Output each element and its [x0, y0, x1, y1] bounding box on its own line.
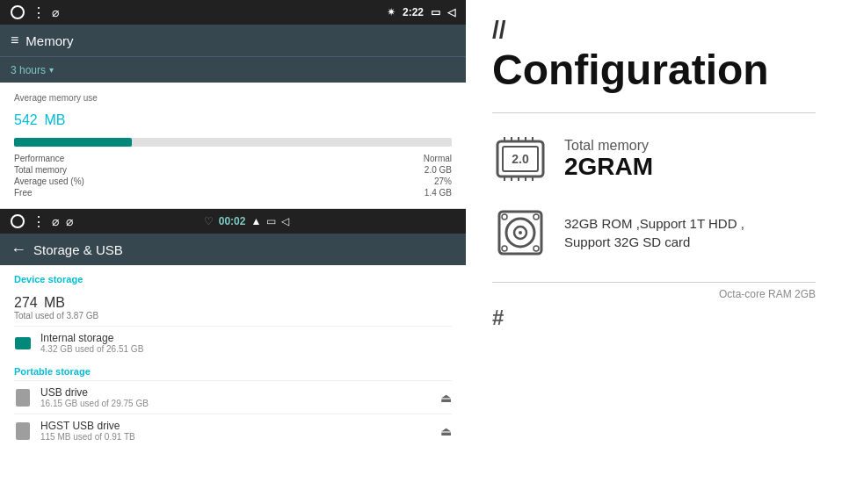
stat-row-performance: Performance Normal — [14, 154, 452, 163]
ram-config-item: 2.0 Total memory 2GRAM — [492, 131, 816, 187]
config-divider-2 — [492, 282, 816, 283]
avg-unit: MB — [44, 112, 65, 127]
storage-used-value: 274 MB — [14, 288, 452, 311]
config-title: Configuration — [492, 49, 816, 91]
stat-row-avg-pct: Average used (%) 27% — [14, 176, 452, 186]
storage-config-text: 32GB ROM ,Support 1T HDD , Support 32G S… — [564, 214, 744, 251]
hgst-drive-icon-container — [14, 422, 32, 440]
config-footnote: Octa-core RAM 2GB — [492, 288, 816, 300]
usb-drive-detail: 16.15 GB used of 29.75 GB — [40, 399, 432, 408]
usb-icon: ⌀ — [52, 5, 59, 19]
square-icon: ▭ — [431, 6, 440, 18]
bluetooth-icon: ✴ — [387, 6, 396, 18]
status-bar-left: ⋮ ⌀ — [11, 4, 59, 21]
usb-drive-icon-container — [14, 389, 32, 407]
eject-icon-1[interactable]: ⏏ — [440, 391, 452, 405]
back-icon-2: ◁ — [281, 215, 289, 227]
hamburger-icon[interactable]: ≡ — [11, 32, 18, 48]
internal-storage-name: Internal storage — [40, 332, 452, 344]
internal-storage-icon — [14, 335, 32, 352]
timer-display: 00:02 — [219, 215, 246, 227]
back-icon: ◁ — [447, 6, 455, 18]
hgst-drive-name: HGST USB drive — [40, 420, 432, 432]
status-bar-1: ⋮ ⌀ ✴ 2:22 ▭ ◁ — [0, 0, 466, 25]
circle-icon-2 — [11, 214, 25, 228]
svg-text:2.0: 2.0 — [512, 152, 529, 166]
heart-icon: ♡ — [204, 215, 214, 227]
usb-icon-2: ⌀ — [52, 214, 59, 228]
stat-value: Normal — [424, 154, 452, 163]
status-bar-right: ✴ 2:22 ▭ ◁ — [387, 6, 455, 18]
stat-row-free: Free 1.4 GB — [14, 188, 452, 198]
usb-drive-item[interactable]: USB drive 16.15 GB used of 29.75 GB ⏏ — [14, 380, 452, 414]
dots-icon-2: ⋮ — [32, 213, 45, 230]
stat-label: Performance — [14, 154, 64, 163]
dots-icon: ⋮ — [32, 4, 45, 21]
dropdown-arrow-icon: ▾ — [49, 65, 54, 75]
stat-label: Total memory — [14, 165, 67, 175]
ram-icon-box: 2.0 — [492, 131, 548, 187]
hgst-drive-icon — [16, 422, 30, 440]
svg-point-16 — [519, 231, 522, 234]
status-bar-2-center: ♡ 00:02 ▲ ▭ ◁ — [204, 215, 290, 227]
memory-bar-fill — [14, 138, 132, 147]
storage-rect-icon — [15, 337, 31, 349]
avg-value: 542 MB — [14, 104, 452, 129]
config-divider — [492, 112, 816, 113]
svg-point-20 — [534, 246, 539, 251]
config-slash: // — [492, 18, 816, 42]
usb-drive-name: USB drive — [40, 386, 432, 399]
ram-value: 2GRAM — [564, 154, 653, 181]
storage-desc-1: 32GB ROM ,Support 1T HDD , — [564, 214, 744, 233]
usb-drive-info: USB drive 16.15 GB used of 29.75 GB — [40, 386, 432, 408]
storage-total-text: Total used of 3.87 GB — [14, 311, 452, 320]
storage-used-unit: MB — [44, 295, 65, 310]
portable-storage-label: Portable storage — [14, 366, 452, 377]
square-icon-2: ▭ — [266, 215, 276, 227]
stat-row-total: Total memory 2.0 GB — [14, 165, 452, 175]
stat-value: 2.0 GB — [425, 165, 452, 175]
stat-value: 1.4 GB — [425, 188, 452, 198]
stat-label: Average used (%) — [14, 176, 84, 186]
memory-section: ⋮ ⌀ ✴ 2:22 ▭ ◁ ≡ Memory 3 hours ▾ Averag… — [0, 0, 466, 209]
hgst-drive-info: HGST USB drive 115 MB used of 0.91 TB — [40, 420, 432, 442]
storage-config-item: 32GB ROM ,Support 1T HDD , Support 32G S… — [492, 205, 816, 261]
storage-topbar: ← Storage & USB — [0, 234, 466, 265]
svg-point-17 — [502, 214, 507, 220]
storage-icon-box — [492, 205, 548, 261]
storage-desc-2: Support 32G SD card — [564, 233, 744, 251]
storage-section: ⋮ ⌀ ⌀ ♡ 00:02 ▲ ▭ ◁ ← Storage & USB Devi… — [0, 209, 466, 504]
ram-config-text: Total memory 2GRAM — [564, 137, 653, 181]
storage-title: Storage & USB — [33, 242, 123, 257]
internal-storage-detail: 4.32 GB used of 26.51 GB — [40, 344, 452, 354]
ram-label: Total memory — [564, 137, 653, 154]
stat-label: Free — [14, 188, 33, 198]
status-bar-2-left: ⋮ ⌀ ⌀ — [11, 213, 73, 230]
hgst-drive-item[interactable]: HGST USB drive 115 MB used of 0.91 TB ⏏ — [14, 414, 452, 447]
circle-icon — [11, 5, 25, 19]
time-display: 2:22 — [403, 6, 424, 18]
stat-value: 27% — [434, 176, 452, 186]
internal-storage-item[interactable]: Internal storage 4.32 GB used of 26.51 G… — [14, 326, 452, 359]
hgst-drive-detail: 115 MB used of 0.91 TB — [40, 432, 432, 442]
memory-bar — [14, 138, 452, 147]
back-arrow-icon[interactable]: ← — [11, 241, 26, 259]
config-hash: # — [492, 306, 816, 330]
right-panel: // Configuration 2.0 Total memory — [466, 0, 842, 504]
time-filter-bar[interactable]: 3 hours ▾ — [0, 56, 466, 83]
ram-icon: 2.0 — [492, 131, 548, 187]
time-filter-label: 3 hours — [11, 64, 46, 76]
memory-topbar: ≡ Memory — [0, 25, 466, 56]
svg-point-19 — [502, 246, 507, 251]
memory-stats: Performance Normal Total memory 2.0 GB A… — [14, 154, 452, 198]
eject-icon-2[interactable]: ⏏ — [440, 424, 452, 438]
hdd-icon — [492, 205, 548, 261]
upload-icon: ▲ — [250, 215, 261, 227]
usb-drive-icon — [16, 389, 30, 407]
avg-label: Average memory use — [14, 93, 452, 103]
svg-point-18 — [534, 214, 539, 220]
storage-body: Device storage 274 MB Total used of 3.87… — [0, 265, 466, 456]
memory-body: Average memory use 542 MB Performance No… — [0, 83, 466, 208]
device-storage-label: Device storage — [14, 274, 452, 284]
memory-title: Memory — [25, 33, 455, 48]
